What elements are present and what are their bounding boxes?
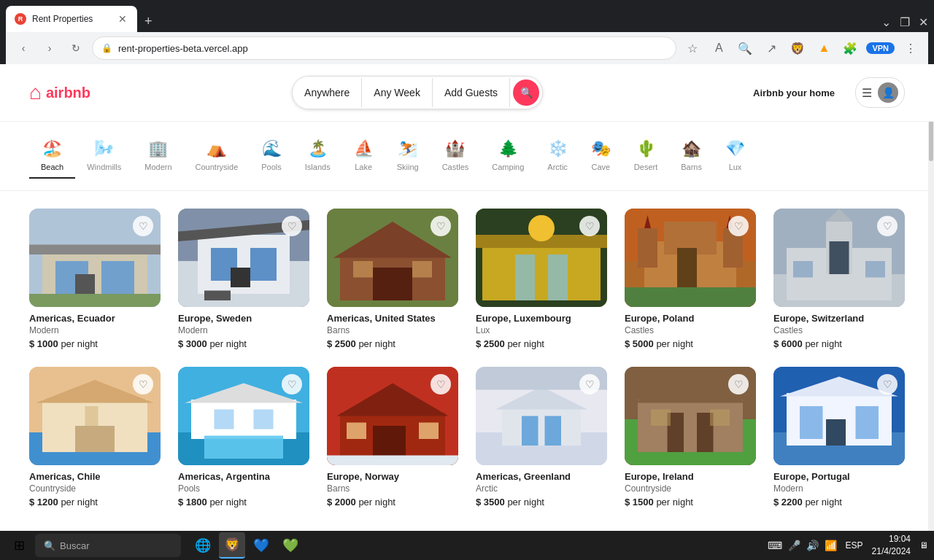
svg-rect-53	[191, 400, 296, 439]
property-location: Europe, Poland	[625, 313, 756, 324]
property-type: Modern	[29, 325, 161, 335]
arctic-label: Arctic	[547, 163, 568, 171]
forward-button[interactable]: ›	[39, 38, 60, 58]
property-card[interactable]: ♡ Americas, Greenland Arctic $ 3500 per …	[476, 367, 607, 508]
taskbar-browser-app[interactable]: 🦁	[219, 532, 245, 559]
svg-rect-2	[29, 245, 161, 255]
category-barns[interactable]: 🏚️ Barns	[669, 133, 714, 179]
property-image: ♡	[29, 209, 161, 307]
taskbar-system-icons: ⌨ 🎤 🔊 📶	[768, 540, 837, 551]
svg-rect-61	[373, 426, 406, 459]
tab-restore-icon[interactable]: ❐	[900, 15, 910, 29]
favorite-button[interactable]: ♡	[282, 374, 302, 394]
favorite-button[interactable]: ♡	[877, 216, 898, 236]
favorite-button[interactable]: ♡	[579, 374, 600, 394]
property-card[interactable]: ♡ Europe, Luxembourg Lux $ 2500 per nigh…	[476, 209, 607, 349]
address-bar[interactable]: 🔒 rent-properties-beta.vercel.app	[92, 36, 676, 60]
tab-close-icon[interactable]: ✕	[919, 15, 928, 29]
share-icon[interactable]: ↗	[761, 38, 781, 58]
taskbar-volume-icon[interactable]: 🔊	[806, 540, 819, 551]
scrollbar-thumb[interactable]	[929, 117, 933, 161]
zoom-icon[interactable]: 🔍	[735, 38, 755, 58]
page-content: ⌂ airbnb Anywhere Any Week Add Guests 🔍 …	[0, 64, 934, 560]
refresh-button[interactable]: ↻	[66, 38, 86, 58]
category-beach[interactable]: 🏖️ Beach	[29, 133, 75, 179]
property-card[interactable]: ♡ Europe, Sweden Modern $ 3000 per night	[178, 209, 309, 349]
category-camping[interactable]: 🌲 Camping	[480, 133, 536, 179]
category-castles[interactable]: 🏰 Castles	[431, 133, 481, 179]
property-card[interactable]: ♡ Americas, Ecuador Modern $ 1000 per ni…	[29, 209, 161, 349]
property-type: Lux	[476, 325, 607, 335]
logo-text: airbnb	[46, 85, 90, 101]
taskbar-apps: 🌐 🦁 💙 💚	[190, 532, 304, 559]
property-card[interactable]: ♡ Europe, Norway Barns $ 2000 per night	[327, 367, 458, 508]
airbnb-your-home-button[interactable]: Airbnb your home	[744, 82, 844, 104]
search-week[interactable]: Any Week	[362, 78, 433, 107]
taskbar-vscode-app[interactable]: 💙	[248, 532, 274, 559]
category-pools[interactable]: 🌊 Pools	[250, 133, 293, 179]
tab-minimize-icon[interactable]: ⌄	[881, 15, 891, 29]
favorite-button[interactable]: ♡	[133, 216, 153, 236]
active-tab[interactable]: R Rent Properties ✕	[6, 6, 137, 32]
category-modern[interactable]: 🏢 Modern	[133, 133, 183, 179]
category-arctic[interactable]: ❄️ Arctic	[536, 133, 579, 179]
modern-label: Modern	[144, 163, 171, 171]
menu-icon[interactable]: ⋮	[900, 38, 921, 58]
category-cave[interactable]: 🎭 Cave	[579, 133, 622, 179]
new-tab-button[interactable]: +	[139, 11, 158, 32]
category-windmills[interactable]: 🌬️ Windmills	[75, 133, 133, 179]
search-button[interactable]: 🔍	[513, 79, 539, 106]
favorite-button[interactable]: ♡	[282, 216, 302, 236]
skiing-icon: ⛷️	[398, 139, 417, 158]
taskbar-search[interactable]: 🔍 Buscar	[35, 534, 181, 557]
favorite-button[interactable]: ♡	[431, 374, 451, 394]
castles-label: Castles	[442, 163, 469, 171]
site-logo[interactable]: ⌂ airbnb	[29, 81, 90, 104]
bookmark-icon[interactable]: ☆	[682, 38, 703, 58]
property-card[interactable]: ♡ Europe, Poland Castles $ 5000 per nigh…	[625, 209, 756, 349]
tab-extras: ⌄ ❐ ✕	[881, 15, 928, 32]
scrollbar[interactable]	[928, 117, 934, 560]
svg-rect-79	[710, 410, 730, 427]
search-anywhere[interactable]: Anywhere	[293, 78, 362, 107]
taskbar-notification-icon[interactable]: 🖥	[919, 540, 928, 551]
property-card[interactable]: ♡ Americas, Argentina Pools $ 1800 per n…	[178, 367, 309, 508]
favorite-button[interactable]: ♡	[728, 374, 749, 394]
favorite-button[interactable]: ♡	[133, 374, 153, 394]
property-type: Barns	[327, 483, 458, 494]
property-card[interactable]: ♡ Americas, United States Barns $ 2500 p…	[327, 209, 458, 349]
svg-rect-64	[327, 456, 458, 466]
search-guests[interactable]: Add Guests	[433, 78, 510, 107]
taskbar-network-icon[interactable]: 📶	[825, 540, 837, 551]
pools-icon: 🌊	[262, 139, 282, 158]
category-skiing[interactable]: ⛷️ Skiing	[385, 133, 431, 179]
vpn-badge[interactable]: VPN	[866, 42, 895, 54]
category-lux[interactable]: 💎 Lux	[714, 133, 757, 179]
category-desert[interactable]: 🌵 Desert	[622, 133, 669, 179]
property-type: Modern	[773, 483, 905, 494]
search-bar[interactable]: Anywhere Any Week Add Guests 🔍	[292, 76, 543, 109]
property-card[interactable]: ♡ Europe, Ireland Countryside $ 1500 per…	[625, 367, 756, 508]
tab-close-button[interactable]: ✕	[117, 13, 128, 25]
favorite-button[interactable]: ♡	[728, 216, 749, 236]
start-button[interactable]: ⊞	[6, 532, 32, 559]
translate-icon[interactable]: A	[709, 38, 729, 58]
property-card[interactable]: ♡ Americas, Chile Countryside $ 1200 per…	[29, 367, 161, 508]
property-card[interactable]: ♡ Europe, Switzerland Castles $ 6000 per…	[773, 209, 905, 349]
category-islands[interactable]: 🏝️ Islands	[293, 133, 342, 179]
back-button[interactable]: ‹	[13, 38, 34, 58]
favorite-button[interactable]: ♡	[579, 216, 600, 236]
category-countryside[interactable]: ⛺ Countryside	[184, 133, 250, 179]
svg-rect-13	[231, 268, 250, 287]
taskbar-edge-app[interactable]: 🌐	[190, 532, 216, 559]
avatar-icon: 👤	[882, 87, 895, 98]
category-lake[interactable]: ⛵ Lake	[342, 133, 385, 179]
user-menu-button[interactable]: ☰ 👤	[855, 77, 905, 108]
property-card[interactable]: ♡ Europe, Portugal Modern $ 2200 per nig…	[773, 367, 905, 508]
extensions-icon[interactable]: 🧩	[840, 38, 860, 58]
taskbar-terminal-app[interactable]: 💚	[277, 532, 304, 559]
favorite-button[interactable]: ♡	[431, 216, 451, 236]
property-location: Europe, Ireland	[625, 471, 756, 482]
favorite-button[interactable]: ♡	[877, 374, 898, 394]
skiing-label: Skiing	[397, 163, 419, 171]
